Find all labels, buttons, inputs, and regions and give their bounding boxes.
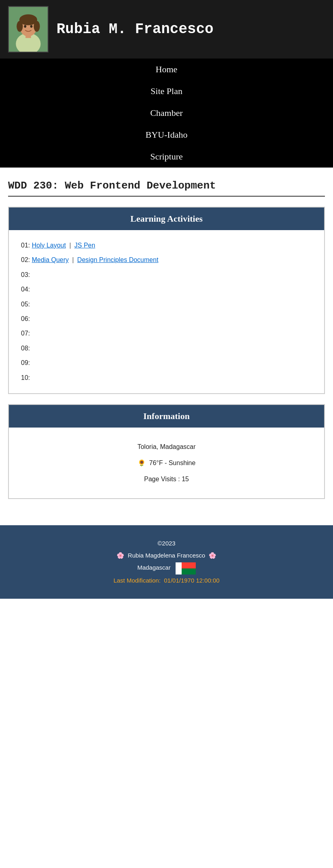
last-mod-value: 01/01/1970 12:00:00: [164, 577, 220, 584]
page-visits-text: Page Visits : 15: [21, 472, 312, 486]
weather-text: 🌻 76°F - Sunshine: [21, 456, 312, 470]
design-principles-link[interactable]: Design Principles Document: [77, 256, 158, 263]
svg-point-6: [34, 21, 40, 32]
location-text: Toloria, Madagascar: [21, 440, 312, 454]
list-item: 08:: [21, 341, 312, 356]
list-item: 04:: [21, 282, 312, 297]
footer-location: Madagascar: [137, 564, 171, 571]
media-query-link[interactable]: Media Query: [32, 256, 69, 263]
last-mod-label: Last Modification:: [113, 577, 161, 584]
svg-point-8: [30, 25, 33, 28]
activity-num: 02:: [21, 256, 30, 263]
main-content: WDD 230: Web Frontend Development Learni…: [0, 168, 333, 521]
site-header: Rubia M. Francesco: [0, 0, 333, 59]
footer-location-line: Madagascar: [8, 562, 325, 574]
learning-activities-card: Learning Activities 01: Holy Layout | JS…: [8, 207, 325, 394]
weather-icon: 🌻: [138, 459, 146, 466]
nav-chamber[interactable]: Chamber: [0, 102, 333, 124]
nav-site-plan[interactable]: Site Plan: [0, 80, 333, 102]
js-pen-link[interactable]: JS Pen: [74, 242, 95, 249]
list-item: 07:: [21, 326, 312, 341]
list-item: 03:: [21, 268, 312, 282]
information-heading: Information: [9, 405, 324, 428]
last-modification-line: Last Modification: 01/01/1970 12:00:00: [8, 574, 325, 587]
information-card: Information Toloria, Madagascar 🌻 76°F -…: [8, 404, 325, 499]
avatar: [8, 6, 48, 52]
flower-icon-right: 🌸: [209, 552, 216, 559]
learning-activities-body: 01: Holy Layout | JS Pen 02: Media Query…: [9, 230, 324, 393]
holy-layout-link[interactable]: Holy Layout: [32, 242, 66, 249]
svg-point-7: [24, 25, 26, 28]
footer-name-line: 🌸 Rubia Magdelena Francesco 🌸: [8, 549, 325, 562]
page-title: WDD 230: Web Frontend Development: [8, 180, 325, 197]
learning-activities-heading: Learning Activities: [9, 208, 324, 230]
svg-point-5: [17, 21, 23, 32]
activity-num: 01:: [21, 242, 30, 249]
last-mod-text: Last Modification: 01/01/1970 12:00:00: [113, 577, 220, 584]
nav-home[interactable]: Home: [0, 59, 333, 80]
copyright-text: ©2023: [8, 537, 325, 549]
list-item: 05:: [21, 297, 312, 312]
list-item: 02: Media Query | Design Principles Docu…: [21, 253, 312, 267]
nav-byu-idaho[interactable]: BYU-Idaho: [0, 124, 333, 146]
footer-name: Rubia Magdelena Francesco: [128, 552, 205, 559]
madagascar-flag: [176, 562, 196, 574]
activity-list: 01: Holy Layout | JS Pen 02: Media Query…: [21, 238, 312, 385]
flower-icon-left: 🌸: [117, 552, 124, 559]
information-body: Toloria, Madagascar 🌻 76°F - Sunshine Pa…: [9, 428, 324, 499]
list-item: 01: Holy Layout | JS Pen: [21, 238, 312, 253]
list-item: 06:: [21, 312, 312, 326]
site-footer: ©2023 🌸 Rubia Magdelena Francesco 🌸 Mada…: [0, 525, 333, 598]
site-title: Rubia M. Francesco: [57, 21, 214, 38]
list-item: 10:: [21, 371, 312, 385]
list-item: 09:: [21, 356, 312, 370]
weather-value: 76°F - Sunshine: [149, 459, 195, 466]
nav-scripture[interactable]: Scripture: [0, 146, 333, 168]
main-nav: Home Site Plan Chamber BYU-Idaho Scriptu…: [0, 59, 333, 168]
